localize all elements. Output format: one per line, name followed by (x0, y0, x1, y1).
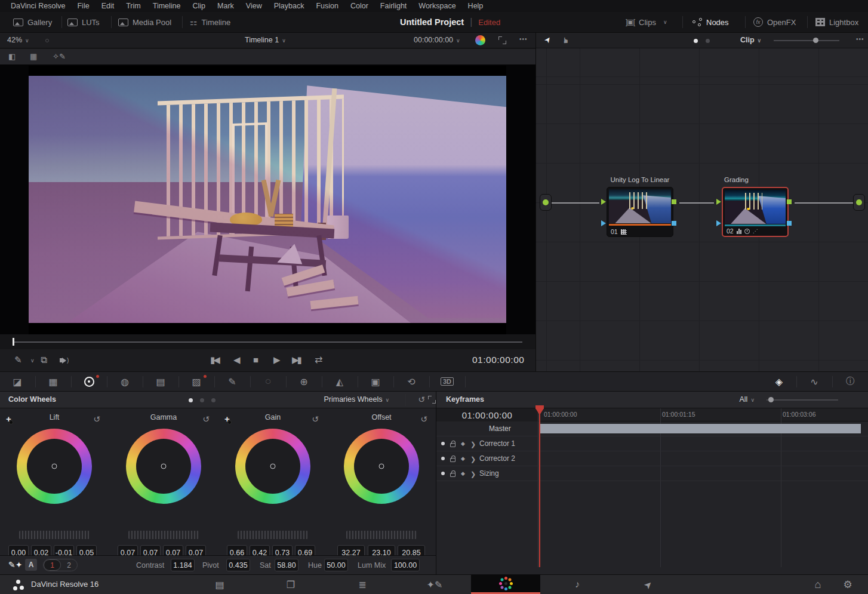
loop-icon[interactable]: ⇄ (315, 354, 322, 365)
menu-fusion[interactable]: Fusion (310, 0, 344, 12)
power-windows-icon[interactable]: ◌ (256, 372, 280, 391)
key-output-port[interactable] (787, 221, 792, 226)
fusion-page-icon[interactable]: ✦✎ (417, 575, 453, 594)
timeline-button[interactable]: ⚏ Timeline (190, 12, 230, 32)
menu-view[interactable]: View (240, 0, 268, 12)
keyframes-zoom-slider[interactable] (767, 399, 838, 401)
media-page-icon[interactable]: ▤ (202, 575, 238, 594)
node-02-selected[interactable]: 02 ⋰ (722, 187, 789, 237)
motion-effects-icon[interactable]: ▤ (149, 372, 173, 391)
output-terminal[interactable] (853, 194, 865, 211)
nodes-button[interactable]: Nodes (692, 12, 729, 32)
reset-icon[interactable]: ↺ (312, 414, 319, 424)
hand-tool-icon[interactable]: ☛ (561, 37, 570, 44)
page-dots[interactable] (189, 398, 216, 402)
rgb-output-port[interactable] (787, 199, 792, 204)
wheel-indicator[interactable] (379, 464, 384, 469)
luts-button[interactable]: LUTs (67, 12, 100, 32)
color-picker-icon[interactable]: ✎ (14, 355, 22, 365)
menu-timeline[interactable]: Timeline (147, 0, 187, 12)
track-row-corrector2[interactable]: ◆ ❯ Corrector 2 (436, 451, 868, 466)
menu-clip[interactable]: Clip (187, 0, 212, 12)
key-input-port[interactable] (601, 220, 606, 226)
expand-panel-icon[interactable] (428, 396, 436, 404)
keyframe-diamond-icon[interactable]: ◆ (461, 470, 465, 476)
enable-dot-icon[interactable] (441, 442, 445, 445)
clip-timecode[interactable]: 00:00:00:00∨ (414, 36, 460, 44)
keyframes-panel-icon[interactable]: ◈ (767, 372, 791, 391)
rgb-output-port[interactable] (672, 199, 676, 204)
media-pool-button[interactable]: Media Pool (118, 12, 171, 32)
node-mode-selector[interactable]: Clip∨ (740, 36, 761, 44)
lock-icon[interactable] (450, 458, 455, 462)
stop-icon[interactable]: ■ (253, 355, 258, 365)
openfx-button[interactable]: fx OpenFX (753, 12, 796, 32)
master-track-bar[interactable] (540, 424, 861, 433)
viewer-options-icon[interactable]: ••• (519, 36, 528, 42)
nav-dot-active[interactable] (694, 39, 698, 43)
go-to-end-icon[interactable]: ▶▮ (292, 355, 300, 365)
hue-value[interactable]: 50.00 (324, 559, 348, 571)
go-to-start-icon[interactable]: ▮◀ (210, 355, 218, 365)
lift-color-wheel[interactable] (17, 429, 92, 504)
menu-fairlight[interactable]: Fairlight (374, 0, 413, 12)
settings-gear-icon[interactable]: ⚙ (830, 575, 866, 594)
rgb-input-port[interactable] (716, 199, 721, 205)
menu-app[interactable]: DaVinci Resolve (5, 0, 71, 12)
play-icon[interactable]: ▶ (273, 355, 281, 365)
chevron-right-icon[interactable]: ❯ (470, 441, 476, 448)
pointer-tool-icon[interactable]: ➤ (542, 35, 553, 45)
menu-edit[interactable]: Edit (96, 0, 121, 12)
nav-dot[interactable] (706, 39, 710, 43)
rgb-mixer-icon[interactable]: ◍ (113, 372, 137, 391)
magic-wand-icon[interactable]: ✧✎ (53, 52, 66, 61)
keyframes-zoom-knob[interactable] (768, 397, 774, 402)
timeline-selector[interactable]: Timeline 1∨ (245, 36, 286, 44)
offset-master-wheel[interactable] (346, 531, 417, 539)
cut-page-icon[interactable]: ❐ (273, 575, 309, 594)
qualifier-icon[interactable]: ✎ (220, 372, 244, 391)
enable-dot-icon[interactable] (441, 472, 445, 475)
keyframes-ruler[interactable]: 01:00:00:00 01:00:01:15 01:00:03:06 (538, 408, 868, 421)
stabilizer-icon[interactable]: ⟲ (399, 372, 423, 391)
step-back-icon[interactable]: ◀ (233, 355, 241, 365)
deliver-page-icon[interactable]: ➤ (630, 575, 666, 594)
reset-all-icon[interactable]: ↺ (418, 395, 425, 404)
keyframes-filter[interactable]: All∨ (740, 395, 755, 404)
menu-file[interactable]: File (71, 0, 95, 12)
clips-button[interactable]: ]▣[ Clips ∨ (626, 12, 667, 32)
enhance-icon[interactable] (475, 35, 485, 45)
enable-dot-icon[interactable] (441, 457, 445, 460)
auto-wand-icon[interactable]: ✎✦ (8, 560, 22, 570)
fairlight-page-icon[interactable]: ♪ (559, 575, 595, 594)
auto-balance-icon[interactable]: A (25, 559, 37, 571)
node-options-icon[interactable]: ••• (856, 36, 864, 42)
scopes-icon[interactable]: ∿ (802, 372, 826, 391)
menu-help[interactable]: Help (462, 0, 490, 12)
menu-trim[interactable]: Trim (120, 0, 147, 12)
wheel-indicator[interactable] (270, 464, 276, 469)
node-graph[interactable]: Unity Log To Linear 01 Grading (536, 48, 868, 371)
wheel-indicator[interactable] (52, 464, 57, 469)
chevron-down-icon[interactable]: ∨ (30, 358, 35, 364)
scrubber-track[interactable] (14, 341, 522, 343)
node-01[interactable]: 01 (607, 187, 673, 237)
key-output-port[interactable] (672, 221, 676, 226)
lightbox-button[interactable]: Lightbox (815, 12, 858, 32)
pivot-value[interactable]: 0.435 (226, 559, 250, 571)
chevron-right-icon[interactable]: ❯ (470, 470, 476, 478)
key-icon[interactable]: ◭ (328, 372, 352, 391)
grid-view-icon[interactable]: ▦ (30, 52, 37, 61)
track-row-corrector1[interactable]: ◆ ❯ Corrector 1 (436, 436, 868, 451)
split-screen-icon[interactable]: ◧ (8, 52, 16, 61)
menu-color[interactable]: Color (344, 0, 374, 12)
keyframes-playhead[interactable] (539, 408, 540, 567)
reset-icon[interactable]: ↺ (420, 414, 427, 424)
expand-viewer-icon[interactable] (498, 36, 506, 44)
wipe-modes-icon[interactable]: ⧉ (41, 355, 47, 365)
bypass-indicator[interactable] (45, 39, 49, 42)
gamma-color-wheel[interactable] (126, 429, 201, 504)
gallery-button[interactable]: Gallery (13, 12, 52, 32)
lock-icon[interactable] (450, 443, 455, 447)
edit-page-icon[interactable]: ≣ (344, 575, 380, 594)
